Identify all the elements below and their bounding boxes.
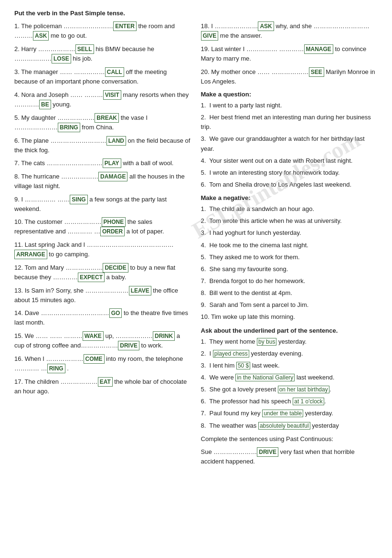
au-item-6: 6. The professor had his speech at 1 o'c… xyxy=(201,397,378,406)
answer-arrange: ARRANGE xyxy=(14,250,47,259)
item-text: When I ………………COME into my room, the tele… xyxy=(14,355,183,372)
exercise-item-4: 4. Nora and Joseph …… ………VISIT many reso… xyxy=(14,90,191,109)
mq-item-1: 1. I went to a party last night. xyxy=(201,101,378,110)
au-item-4: 4. We were in the National Gallery last … xyxy=(201,373,378,382)
item-num: 5. xyxy=(14,114,20,121)
item-text: The children ………………EAT the whole bar of … xyxy=(14,378,187,395)
exercise-item-16: 16. When I ………………COME into my room, the … xyxy=(14,354,191,373)
exercise-item-8: 8. The hurricane ………………DAMAGE all the ho… xyxy=(14,172,191,191)
exercise-item-17: 17. The children ………………EAT the whole bar… xyxy=(14,377,191,396)
item-num: 6. xyxy=(14,137,20,144)
mn-item-7: 7. Brenda forgot to do her homework. xyxy=(201,276,378,286)
item-num: 7. xyxy=(14,159,20,167)
item-text: The manager …… ……………CALL off the meeting… xyxy=(14,68,167,85)
underlined-absolutely-beautiful: absolutely beautiful xyxy=(258,422,310,430)
past-continuous-title: Complete the sentences using Past Contin… xyxy=(201,434,378,444)
item-num: 4. xyxy=(14,91,20,98)
item-num: 20. xyxy=(201,68,210,75)
au-item-3: 3. I lent him 50 $ last week. xyxy=(201,361,378,370)
answer-leave: LEAVE xyxy=(129,286,151,295)
exercise-item-1: 1. The policeman ……………………ENTER the room … xyxy=(14,21,191,41)
answer-drive-cont: DRIVE xyxy=(257,447,278,457)
answer-sell: SELL xyxy=(75,44,94,54)
item-text: Tom and Mary ………………DECIDE to buy a new f… xyxy=(14,264,175,281)
section-ask-underlined-title: Ask about the underlined part of the sen… xyxy=(201,327,378,334)
answer-ask-18: ASK xyxy=(258,21,274,31)
item-num: 17. xyxy=(14,378,23,385)
exercise-item-18: 18. I …………………ASK why, and she ………………………G… xyxy=(201,21,378,41)
answer-break: BREAK xyxy=(95,113,119,123)
item-num: 14. xyxy=(14,309,23,316)
item-text: We …… …… ………WAKE up, ………………DRINK a cup o… xyxy=(14,332,180,349)
answer-decide: DECIDE xyxy=(103,263,128,273)
answer-phone: PHONE xyxy=(102,217,126,227)
exercise-item-20: 20. My mother once …… ………………SEE Marilyn … xyxy=(201,67,378,86)
item-num: 12. xyxy=(14,264,23,271)
au-item-5: 5. She got a lovely present on her last … xyxy=(201,385,378,394)
answer-sing: SING xyxy=(70,195,87,204)
answer-ask: ASK xyxy=(33,31,49,41)
mn-item-2: 2. Tom wrote this article when he was at… xyxy=(201,216,378,226)
answer-play: PLAY xyxy=(103,158,121,168)
mq-item-6: 6. Tom and Sheila drove to Los Angeles l… xyxy=(201,180,378,190)
item-text: Nora and Joseph …… ………VISIT many resorts… xyxy=(14,91,189,108)
answer-eat: EAT xyxy=(98,377,113,387)
mq-item-5: 5. I wrote an interesting story for home… xyxy=(201,168,378,178)
exercise-item-13: 13. Is Sam in? Sorry, she …………………LEAVE t… xyxy=(14,286,191,305)
underlined-under-table: under the table xyxy=(262,410,303,417)
exercise-item-12: 12. Tom and Mary ………………DECIDE to buy a n… xyxy=(14,263,191,282)
underlined-played-chess: played chess xyxy=(213,350,249,358)
item-text: The policeman ……………………ENTER the room and… xyxy=(14,22,175,39)
exercise-item-19: 19. Last winter I …………… …………MANAGE to co… xyxy=(201,44,378,63)
exercise-item-3: 3. The manager …… ……………CALL off the meet… xyxy=(14,67,191,86)
item-text: Last winter I …………… …………MANAGE to convin… xyxy=(201,45,367,62)
exercise-item-15: 15. We …… …… ………WAKE up, ………………DRINK a c… xyxy=(14,331,191,350)
mn-item-6: 6. She sang my favourite song. xyxy=(201,264,378,274)
underlined-national-gallery: in the National Gallery xyxy=(235,374,295,381)
item-text: My mother once …… ………………SEE Marilyn Monr… xyxy=(201,68,375,85)
answer-manage: MANAGE xyxy=(304,44,333,54)
item-text: Last spring Jack and I ……………………………………ARR… xyxy=(14,241,174,258)
au-item-2: 2. I played chess yesterday evening. xyxy=(201,349,378,358)
answer-bring: BRING xyxy=(58,123,80,132)
underlined-50: 50 $ xyxy=(236,362,250,369)
exercise-item-11: 11. Last spring Jack and I …………………………………… xyxy=(14,240,191,259)
underlined-by-bus: by bus xyxy=(257,338,276,346)
answer-give: GIVE xyxy=(201,31,219,41)
exercise-item-9: 9. I …………… ……SING a few songs at the par… xyxy=(14,195,191,214)
item-text: Dave ……………………………GO to the theatre five t… xyxy=(14,309,188,326)
item-text: Harry ………………SELL his BMW because he …………… xyxy=(14,45,154,62)
exercise-item-2: 2. Harry ………………SELL his BMW because he …… xyxy=(14,44,191,63)
exercise-item-5: 5. My daughter ………………BREAK the vase I ……… xyxy=(14,113,191,132)
item-num: 11. xyxy=(14,241,23,248)
au-item-8: 8. The weather was absolutely beautiful … xyxy=(201,421,378,431)
item-text: My daughter ………………BREAK the vase I ……………… xyxy=(14,114,148,131)
answer-damage: DAMAGE xyxy=(98,172,127,181)
exercise-item-7: 7. The cats ………………………PLAY with a ball of… xyxy=(14,158,191,168)
mn-item-1: 1. The child ate a sandwich an hour ago. xyxy=(201,204,378,214)
page-wrapper: ESLprintables.com Put the verb in the Pa… xyxy=(14,10,378,470)
item-num: 15. xyxy=(14,332,23,339)
mq-item-4: 4. Your sister went out on a date with R… xyxy=(201,156,378,166)
item-text: The cats ………………………PLAY with a ball of wo… xyxy=(21,159,173,167)
past-continuous-label: Complete the sentences using Past Contin… xyxy=(201,435,334,442)
right-column: 18. I …………………ASK why, and she ………………………G… xyxy=(201,21,378,470)
answer-wake: WAKE xyxy=(83,331,104,341)
answer-order: ORDER xyxy=(100,227,125,236)
item-text: I …………………ASK why, and she ………………………GIVE … xyxy=(201,22,370,39)
item-num: 9. xyxy=(14,196,20,203)
left-column: 1. The policeman ……………………ENTER the room … xyxy=(14,21,191,470)
answer-enter: ENTER xyxy=(113,21,137,31)
mn-item-8: 8. Bill went to the dentist at 4pm. xyxy=(201,288,378,298)
section-make-question-title: Make a question: xyxy=(201,91,378,98)
item-text: The plane ………………………LAND on the field bec… xyxy=(14,137,190,154)
answer-see: SEE xyxy=(309,67,324,77)
item-num: 18. xyxy=(201,22,210,30)
answer-lose: LOSE xyxy=(52,54,71,63)
answer-visit: VISIT xyxy=(103,90,121,100)
item-text: The customer ………………PHONE the sales repre… xyxy=(14,218,164,235)
mn-item-5: 5. They asked me to work for them. xyxy=(201,253,378,262)
sue-text: Sue …………………DRIVE very fast when that hor… xyxy=(201,448,355,465)
answer-be: BE xyxy=(39,100,51,109)
mq-item-3: 3. We gave our granddaughter a watch for… xyxy=(201,134,378,153)
